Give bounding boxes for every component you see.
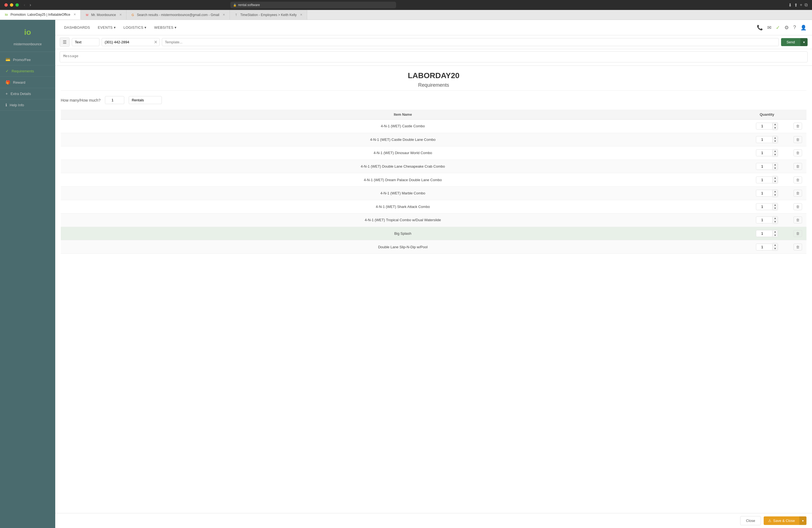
qty-up-btn[interactable]: ▲ (772, 163, 778, 166)
qty-up-btn[interactable]: ▲ (772, 243, 778, 247)
row-qty-input[interactable] (756, 163, 772, 170)
tab-mr[interactable]: M Mr. Moonbounce ✕ (81, 10, 126, 19)
qty-up-btn[interactable]: ▲ (772, 136, 778, 140)
qty-up-btn[interactable]: ▲ (772, 230, 778, 234)
sidebar-toggle-icon[interactable]: ⧉ (804, 2, 808, 8)
row-qty-input[interactable] (756, 149, 772, 156)
delete-row-btn[interactable]: 🗑 (794, 149, 802, 156)
delete-row-btn[interactable]: 🗑 (794, 230, 802, 237)
new-tab-icon[interactable]: + (800, 2, 802, 8)
check-icon-btn[interactable]: ✓ (776, 25, 780, 31)
delete-row-btn[interactable]: 🗑 (794, 190, 802, 196)
form-label: How many/How much? (61, 98, 101, 102)
qty-down-btn[interactable]: ▼ (772, 166, 778, 170)
tab-time[interactable]: T TimeStation - Employees > Keith Kelly … (230, 10, 307, 19)
row-qty-input[interactable] (756, 190, 772, 196)
qty-up-btn[interactable]: ▲ (772, 190, 778, 193)
row-qty-input[interactable] (756, 230, 772, 237)
lock-icon: 🔒 (233, 4, 236, 6)
logo-text: mistermoonbounce (14, 42, 42, 46)
user-icon-btn[interactable]: 👤 (800, 25, 807, 31)
close-btn[interactable]: Close (740, 516, 761, 525)
row-qty-input[interactable] (756, 244, 772, 250)
close-window-btn[interactable] (4, 3, 8, 6)
tab-gmail[interactable]: G Search results - mistermoonbounce@gmai… (127, 10, 230, 19)
sidebar-item-reward[interactable]: 🎁 Reward (0, 77, 55, 88)
tab-close-time[interactable]: ✕ (300, 13, 302, 17)
sidebar-item-promo[interactable]: 💳 Promo/Fee (0, 54, 55, 65)
qty-down-btn[interactable]: ▼ (772, 193, 778, 197)
qty-up-btn[interactable]: ▲ (772, 203, 778, 207)
row-qty-input[interactable] (756, 203, 772, 210)
nav-item-events[interactable]: EVENTS ▾ (95, 23, 119, 32)
qty-down-btn[interactable]: ▼ (772, 220, 778, 224)
nav-item-websites[interactable]: WEBSITES ▾ (151, 23, 180, 32)
qty-down-btn[interactable]: ▼ (772, 247, 778, 250)
delete-row-btn[interactable]: 🗑 (794, 122, 802, 130)
back-btn[interactable]: ‹ (22, 2, 27, 8)
delete-row-btn[interactable]: 🗑 (794, 203, 802, 210)
qty-down-btn[interactable]: ▼ (772, 180, 778, 184)
row-qty-input[interactable] (756, 217, 772, 223)
qty-input[interactable] (105, 96, 124, 104)
qty-up-btn[interactable]: ▲ (772, 176, 778, 180)
share-icon[interactable]: ⬆ (794, 2, 798, 8)
save-close-dropdown-btn[interactable]: ▾ (799, 516, 807, 525)
item-name-cell: 4-N-1 (WET) Dinosaur World Combo (61, 146, 745, 160)
type-select[interactable]: Rentals Items Orders (129, 96, 162, 104)
address-bar[interactable]: 🔒 rental.software (230, 2, 396, 8)
row-qty-input[interactable] (756, 122, 772, 130)
forward-btn[interactable]: › (28, 2, 33, 8)
actions-cell: 🗑 (789, 146, 807, 160)
row-qty-input[interactable] (756, 136, 772, 143)
minimize-window-btn[interactable] (10, 3, 13, 6)
tab-promo[interactable]: io Promotion: LaborDay25 | InflatableOff… (0, 10, 81, 19)
sidebar-item-extra-details[interactable]: + Extra Details (0, 88, 55, 99)
sidebar-item-help-info[interactable]: ℹ Help Info (0, 99, 55, 111)
sidebar-item-requirements[interactable]: ✓ Requirements (0, 65, 55, 77)
download-icon[interactable]: ⬇ (788, 2, 792, 8)
qty-up-btn[interactable]: ▲ (772, 149, 778, 153)
sidebar: io mistermoonbounce 💳 Promo/Fee ✓ Requir… (0, 20, 55, 528)
section-heading: Requirements (61, 82, 807, 91)
delete-row-btn[interactable]: 🗑 (794, 244, 802, 250)
qty-down-btn[interactable]: ▼ (772, 153, 778, 157)
col-item-name: Item Name (61, 109, 745, 120)
qty-spinner: ▲ ▼ (749, 122, 785, 130)
tab-close-gmail[interactable]: ✕ (222, 13, 225, 17)
delete-row-btn[interactable]: 🗑 (794, 136, 802, 143)
qty-down-btn[interactable]: ▼ (772, 140, 778, 143)
nav-item-dashboards[interactable]: DASHBOARDS (61, 23, 93, 32)
qty-spinner: ▲ ▼ (749, 243, 785, 251)
tab-close-mr[interactable]: ✕ (119, 13, 122, 17)
requirements-icon: ✓ (5, 69, 9, 73)
help-icon-btn[interactable]: ? (793, 25, 796, 30)
message-textarea[interactable] (60, 52, 808, 62)
sidebar-item-label-extra: Extra Details (11, 92, 31, 96)
table-row: 4-N-1 (WET) Shark Attack Combo ▲ ▼ 🗑 (61, 200, 807, 214)
phone-icon-btn[interactable]: 📞 (757, 25, 763, 31)
delete-row-btn[interactable]: 🗑 (794, 217, 802, 223)
qty-down-btn[interactable]: ▼ (772, 207, 778, 210)
delete-row-btn[interactable]: 🗑 (794, 163, 802, 170)
gear-icon-btn[interactable]: ⚙ (784, 25, 789, 31)
send-btn[interactable]: Send (781, 38, 800, 46)
comm-phone-input[interactable] (102, 38, 160, 46)
qty-down-btn[interactable]: ▼ (772, 126, 778, 130)
maximize-window-btn[interactable] (15, 3, 19, 6)
tab-close-promo[interactable]: ✕ (73, 13, 76, 16)
comm-menu-btn[interactable]: ☰ (60, 38, 70, 47)
sidebar-item-label-help: Help Info (10, 103, 24, 107)
qty-up-btn[interactable]: ▲ (772, 122, 778, 126)
row-qty-input[interactable] (756, 176, 772, 184)
comm-template-input[interactable] (162, 38, 779, 46)
delete-row-btn[interactable]: 🗑 (794, 176, 802, 184)
nav-item-logistics[interactable]: LOGISTICS ▾ (120, 23, 150, 32)
comm-phone-clear-btn[interactable]: ✕ (154, 40, 157, 45)
save-close-btn[interactable]: ⚠ Save & Close (764, 516, 799, 525)
send-dropdown-btn[interactable]: ▾ (800, 38, 808, 46)
qty-down-btn[interactable]: ▼ (772, 234, 778, 237)
qty-up-btn[interactable]: ▲ (772, 217, 778, 220)
comm-type-select[interactable]: Text Email Call (72, 38, 99, 46)
mail-icon-btn[interactable]: ✉ (767, 25, 771, 31)
